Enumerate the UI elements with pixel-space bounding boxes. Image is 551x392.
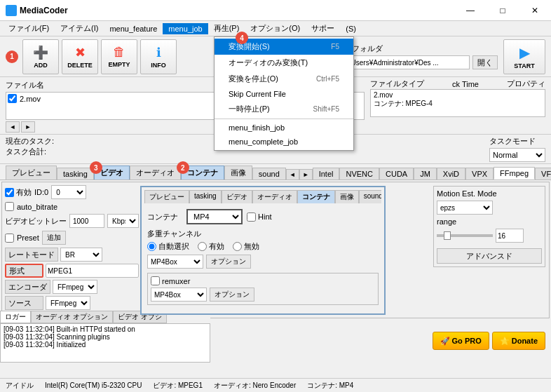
property-filename: 2.mov	[374, 91, 542, 99]
range-input[interactable]	[496, 229, 524, 243]
start-button[interactable]: ▶ START	[503, 39, 545, 74]
format-input[interactable]	[46, 264, 139, 278]
video-enabled-label[interactable]: 有効	[5, 187, 32, 198]
add-button-video[interactable]: 追加	[42, 231, 66, 245]
taskmode-select[interactable]: Normal	[489, 148, 545, 162]
open-folder-button[interactable]: 開く	[472, 55, 498, 69]
tab-ffmpeg[interactable]: FFmpeg	[494, 167, 535, 180]
tab-image[interactable]: 画像	[224, 165, 252, 180]
bitrate-unit-select[interactable]: Kbps	[107, 214, 139, 228]
circle-2: 2	[177, 161, 189, 174]
tab-nvenc[interactable]: NVENC	[339, 168, 379, 180]
dropdown-start[interactable]: 変換開始(S) F5	[215, 39, 353, 55]
dropdown-skip[interactable]: Skip Current File	[215, 87, 353, 101]
menu-s[interactable]: (S)	[340, 23, 362, 34]
container-tab-image[interactable]: 画像	[335, 190, 359, 203]
radio-disable[interactable]: 無効	[233, 241, 259, 252]
container-select[interactable]: MP4	[186, 209, 243, 224]
format-label: 形式	[5, 264, 43, 278]
radio-enable[interactable]: 有効	[198, 241, 224, 252]
hint-label-container[interactable]: Hint	[247, 212, 272, 222]
circle-4: 4	[236, 32, 248, 44]
tab-vfw[interactable]: VFW	[535, 168, 551, 180]
file-checkbox[interactable]	[8, 94, 17, 103]
tab-vpx[interactable]: VPX	[465, 168, 494, 180]
radio-auto-input[interactable]	[147, 242, 156, 251]
ratemode-select[interactable]: BR	[60, 248, 102, 262]
video-id-select[interactable]: 0	[51, 185, 86, 199]
dropdown-finish-job[interactable]: menu_finish_job	[215, 121, 353, 135]
container-tab-sound[interactable]: sound	[359, 190, 381, 203]
remuxer-select[interactable]: MP4Box	[151, 288, 207, 302]
tab-tasking[interactable]: tasking	[57, 168, 94, 180]
advanced-button[interactable]: アドバンスド	[437, 248, 542, 264]
submuxer-select[interactable]: MP4Box	[147, 255, 203, 269]
nav-right[interactable]: ►	[21, 121, 35, 133]
tab-cuda[interactable]: CUDA	[379, 168, 414, 180]
container-select-row: コンテナ MP4 Hint	[147, 209, 379, 224]
promo-buttons: 🚀 Go PRO ⭐ Donate	[433, 332, 545, 350]
radio-disable-input[interactable]	[233, 242, 242, 251]
output-path-row: 開く	[336, 55, 498, 69]
go-pro-button[interactable]: 🚀 Go PRO	[433, 332, 489, 350]
go-icon: 🚀	[440, 337, 450, 346]
motion-select[interactable]: epzs	[437, 201, 493, 215]
add-icon: ➕	[33, 45, 48, 60]
tab-preview[interactable]: プレビュー	[6, 165, 57, 180]
tab-arrow-left[interactable]: ◄	[286, 169, 299, 180]
slider-row	[437, 229, 542, 243]
menu-options[interactable]: オプション(O)	[245, 22, 306, 35]
tab-sound[interactable]: sound	[252, 168, 286, 180]
minimize-button[interactable]: —	[454, 0, 487, 21]
menu-item[interactable]: アイテム(I)	[55, 22, 104, 35]
dropdown-complete-job[interactable]: menu_complete_job	[215, 135, 353, 149]
dropdown-audio-only[interactable]: オーディオのみ変換(T)	[215, 55, 353, 71]
info-icon: ℹ	[156, 45, 161, 60]
source-select[interactable]: FFmpeg	[46, 296, 90, 310]
tab-audio[interactable]: オーディオ	[130, 165, 181, 180]
submuxer-option-button[interactable]: オプション	[206, 255, 251, 269]
tab-intel[interactable]: Intel	[313, 168, 340, 180]
maximize-button[interactable]: □	[487, 0, 519, 21]
bitrate-input[interactable]	[69, 214, 104, 228]
container-tab-video[interactable]: ビデオ	[222, 190, 252, 203]
container-tab-container[interactable]: コンテナ	[297, 190, 335, 203]
empty-button[interactable]: 🗑 EMPTY	[101, 39, 137, 74]
delete-button[interactable]: ✖ DELETE	[62, 39, 98, 74]
menu-support[interactable]: サポー	[306, 22, 340, 35]
close-button[interactable]: ✕	[519, 0, 551, 21]
remuxer-option-button[interactable]: オプション	[210, 288, 254, 302]
add-button[interactable]: ➕ ADD	[22, 39, 59, 74]
donate-button[interactable]: ⭐ Donate	[492, 332, 545, 350]
slider-track[interactable]	[437, 234, 493, 237]
nav-left[interactable]: ◄	[6, 121, 20, 133]
video-enabled-checkbox[interactable]	[5, 188, 14, 197]
menu-job[interactable]: menu_job	[163, 23, 208, 34]
hint-checkbox[interactable]	[247, 212, 256, 222]
preset-checkbox[interactable]	[5, 234, 14, 243]
logger-tab-logger[interactable]: ロガー	[0, 311, 31, 323]
encoder-select[interactable]: FFmpeg	[53, 280, 97, 294]
container-tab-audio[interactable]: オーディオ	[252, 190, 297, 203]
menu-features[interactable]: menu_feature	[104, 23, 163, 34]
tab-xvid[interactable]: XviD	[437, 168, 465, 180]
dropdown-stop[interactable]: 変換を停止(O) Ctrl+F5	[215, 71, 353, 87]
current-task-label: 現在のタスク:	[6, 137, 54, 145]
remuxer-checkbox[interactable]	[151, 276, 160, 285]
output-path-input[interactable]	[336, 55, 470, 69]
app-logo: MediaCoder	[6, 5, 68, 16]
container-tab-preview[interactable]: プレビュー	[144, 190, 189, 203]
radio-auto[interactable]: 自動選択	[147, 241, 189, 252]
logger-tab-audio[interactable]: オーディオ オプション	[31, 311, 113, 323]
tab-jm[interactable]: JM	[414, 168, 437, 180]
tab-arrow-right[interactable]: ►	[299, 169, 313, 180]
radio-enable-input[interactable]	[198, 242, 207, 251]
slider-thumb[interactable]	[444, 231, 451, 240]
info-button[interactable]: ℹ INFO	[140, 39, 177, 74]
remuxer-checkbox-label[interactable]: remuxer	[151, 276, 375, 285]
menu-file[interactable]: ファイル(F)	[3, 22, 55, 35]
dropdown-pause[interactable]: 一時停止(P) Shift+F5	[215, 101, 353, 117]
auto-bitrate-checkbox[interactable]	[5, 202, 14, 211]
info-label: INFO	[151, 62, 166, 69]
container-tab-tasking[interactable]: tasking	[189, 190, 222, 203]
